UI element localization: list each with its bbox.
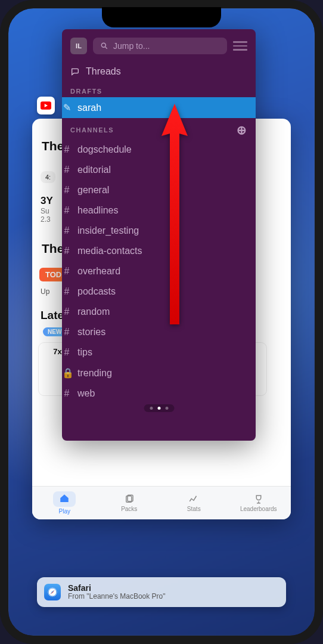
channel-item[interactable]: #editorial bbox=[62, 160, 256, 180]
tab-play[interactable]: Play bbox=[32, 487, 97, 519]
channel-item[interactable]: #stories bbox=[62, 322, 256, 342]
workspace-avatar[interactable]: IL bbox=[70, 38, 87, 54]
page-indicator bbox=[144, 404, 174, 412]
hash-icon: # bbox=[62, 266, 72, 277]
tab-leaderboards[interactable]: Leaderboards bbox=[226, 487, 291, 519]
hash-icon: # bbox=[62, 306, 72, 317]
threads-link[interactable]: Threads bbox=[70, 60, 247, 83]
hash-icon: # bbox=[62, 388, 72, 399]
channels-header: CHANNELS ⊕ bbox=[70, 118, 247, 140]
channel-item[interactable]: #general bbox=[62, 180, 256, 200]
hash-icon: # bbox=[62, 225, 72, 236]
drafts-header: DRAFTS bbox=[70, 83, 247, 97]
handoff-app: Safari bbox=[68, 584, 166, 593]
channel-item[interactable]: #random bbox=[62, 302, 256, 322]
threads-icon bbox=[70, 67, 80, 76]
youtube-app-icon[interactable] bbox=[37, 97, 55, 114]
hash-icon: # bbox=[62, 205, 72, 216]
handoff-banner[interactable]: Safari From "Leanne's MacBook Pro" bbox=[37, 577, 286, 607]
hash-icon: # bbox=[62, 185, 72, 196]
svg-point-3 bbox=[101, 43, 105, 47]
channel-item[interactable]: #headlines bbox=[62, 200, 256, 221]
handoff-source: From "Leanne's MacBook Pro" bbox=[68, 593, 166, 600]
channel-item[interactable]: #media-contacts bbox=[62, 241, 256, 261]
draft-item[interactable]: ✎sarah bbox=[62, 97, 256, 118]
channel-item[interactable]: #podcasts bbox=[62, 281, 256, 302]
channel-item[interactable]: #tips bbox=[62, 342, 256, 363]
hash-icon: # bbox=[62, 165, 72, 175]
hash-icon: # bbox=[62, 246, 72, 256]
channel-item[interactable]: #overheard bbox=[62, 261, 256, 281]
hash-icon: # bbox=[62, 286, 72, 297]
lock-icon: 🔒 bbox=[62, 367, 72, 379]
search-icon bbox=[100, 42, 108, 50]
channel-item[interactable]: 🔒trending bbox=[62, 363, 256, 383]
tab-packs[interactable]: Packs bbox=[97, 487, 162, 519]
hash-icon: # bbox=[62, 327, 72, 338]
channel-item[interactable]: #insider_testing bbox=[62, 221, 256, 241]
jump-to-search[interactable]: Jump to... bbox=[93, 38, 227, 54]
tab-stats[interactable]: Stats bbox=[162, 487, 226, 519]
time-chip: 4: bbox=[41, 171, 55, 183]
bottom-tabbar: Play Packs Stats Leaderboards bbox=[32, 486, 291, 519]
pencil-icon: ✎ bbox=[62, 102, 72, 113]
add-channel-icon[interactable]: ⊕ bbox=[237, 123, 248, 137]
hash-icon: # bbox=[62, 144, 72, 155]
app-card-slack[interactable]: IL Jump to... Threads DRAFTS ✎sarah bbox=[62, 29, 256, 441]
channel-item[interactable]: #dogschedule bbox=[62, 140, 256, 160]
app-switcher[interactable]: The D 4: 3Y Su 2.3 The D TODA Up Latest … bbox=[8, 8, 315, 636]
hamburger-icon[interactable] bbox=[233, 39, 247, 53]
safari-icon bbox=[44, 584, 61, 600]
hash-icon: # bbox=[62, 347, 72, 358]
channel-item[interactable]: #web bbox=[62, 383, 256, 404]
